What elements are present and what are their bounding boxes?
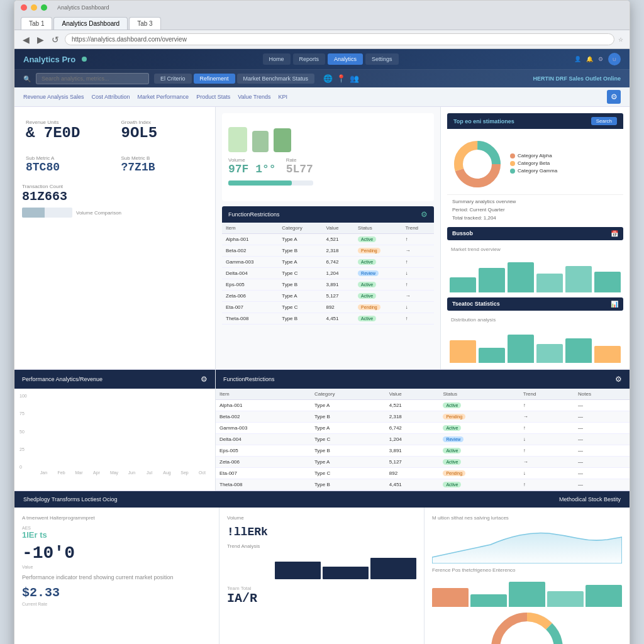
cell-status: Active <box>354 313 401 325</box>
right-top-bars: Bussob 📅 Market trend overview <box>447 227 623 292</box>
metric-4-label: Sub Metric B <box>121 155 204 161</box>
forward-button[interactable]: ▶ <box>35 35 46 45</box>
app-nav-tabs: Home Reports Analytics Settings <box>93 53 568 65</box>
filter-tab-1[interactable]: El Criterio <box>154 74 192 84</box>
cell-val: 2,318 <box>322 245 354 257</box>
full-cell-trend: → <box>519 411 574 423</box>
metric-5-label: Transaction Count <box>22 184 208 189</box>
table-wrapper[interactable]: Item Category Value Status Trend Alpha-0… <box>222 223 434 325</box>
full-cell-status: Active <box>439 457 519 468</box>
table-section-title: FunctionRestrictions <box>228 211 280 218</box>
nav-tab-analytics[interactable]: Analytics <box>328 53 363 65</box>
right-bottom-title: Tseatoc Statistics <box>452 301 500 308</box>
full-cell-val: 1,204 <box>386 434 440 445</box>
legend-label-1: Category Alpha <box>518 153 552 158</box>
cell-cat: Type A <box>278 234 322 245</box>
legend-label-2: Category Beta <box>518 160 550 166</box>
nav-tab-reports[interactable]: Reports <box>293 53 326 65</box>
info-line-3: Total tracked: 1,204 <box>452 215 618 221</box>
filter-tab-3[interactable]: Market Benchmark Status <box>237 74 315 84</box>
full-cell-item: Theta-008 <box>216 479 311 491</box>
donut-svg <box>452 139 502 189</box>
full-cell-item: Zeta-006 <box>216 457 311 468</box>
sub-nav-kpi[interactable]: KPI <box>279 92 288 102</box>
cell-status: Pending <box>354 302 401 313</box>
minimize-btn[interactable] <box>31 4 37 11</box>
bookmark-icon: ☆ <box>618 36 623 43</box>
s-p1-big-value: -10'0 <box>22 543 211 563</box>
s-p3-bar-container <box>432 575 622 607</box>
user-avatar: U <box>608 53 621 65</box>
product-display: Volume 97F 1°° Rate 5L77 <box>228 127 313 188</box>
full-cell-extra: — <box>574 479 630 491</box>
product-icon-2 <box>252 131 269 152</box>
close-btn[interactable] <box>21 4 27 11</box>
rb-bar-0 <box>450 340 476 363</box>
mid-v1-label: Volume <box>228 157 276 163</box>
full-cell-item: Eps-005 <box>216 445 311 457</box>
browser-tab-2[interactable]: Analytics Dashboard <box>53 17 128 30</box>
cell-cat: Type A <box>278 291 322 302</box>
full-cell-extra: — <box>574 423 630 434</box>
full-table-row: Eps-005 Type B 3,891 Active ↑ — <box>216 445 630 457</box>
full-table-row: Alpha-001 Type A 4,521 Active ↑ — <box>216 400 630 411</box>
mid-v2-label: Rate <box>286 157 313 163</box>
refresh-button[interactable]: ↺ <box>50 35 61 45</box>
second-right: Methodical Stock Bestity <box>559 496 621 502</box>
progress-bar-fill <box>228 180 292 186</box>
back-button[interactable]: ◀ <box>21 35 31 45</box>
search-icon: 🔍 <box>23 75 31 82</box>
rt-bar-3 <box>536 274 563 292</box>
maximize-btn[interactable] <box>41 4 47 11</box>
s-p2-label2: Team Total IA/R <box>227 586 416 606</box>
browser-tab-1[interactable]: Tab 1 <box>21 17 52 30</box>
full-cell-trend: ↑ <box>519 445 574 457</box>
address-bar[interactable]: https://analytics.dashboard.com/overview <box>65 33 614 45</box>
settings-panel-icon[interactable]: ⚙ <box>607 90 621 104</box>
full-col-stat: Status <box>439 389 519 400</box>
info-line-2: Period: Current Quarter <box>452 207 618 213</box>
table-row: Zeta-006 Type A 5,127 Active → <box>222 291 434 302</box>
right-bars-container <box>447 255 623 292</box>
s-p3-bars-label: Ference Pos thetcfrigeneo Enterenco <box>432 567 622 573</box>
middle-panel: Volume 97F 1°° Rate 5L77 <box>216 107 441 369</box>
sub-nav-revenue[interactable]: Revenue Analysis Sales <box>23 92 84 102</box>
full-table-row: Theta-008 Type B 4,451 Active ↑ — <box>216 479 630 491</box>
second-panel-1: A tmenwent Halterprogrammpret AES 1lEr t… <box>14 508 219 644</box>
sub-nav-product[interactable]: Product Stats <box>196 92 230 102</box>
nav-tab-settings[interactable]: Settings <box>365 53 399 65</box>
progress-bar <box>228 180 313 186</box>
s-p1-label2: Value <box>22 565 211 569</box>
sub-nav-cost[interactable]: Cost Attribution <box>92 92 130 102</box>
search-input[interactable] <box>36 73 149 84</box>
cell-cat: Type B <box>278 245 322 257</box>
app-top-bar: Analytics Pro Home Reports Analytics Set… <box>14 49 630 70</box>
filter-tab-2[interactable]: Refinement <box>194 74 235 84</box>
section-row2: Performance Analytics/Revenue ⚙ 10075502… <box>14 370 630 491</box>
metric-5-sub-label: Volume Comparison <box>76 210 121 216</box>
full-col-extra: Notes <box>574 389 630 400</box>
full-cell-item: Eta-007 <box>216 468 311 479</box>
s-p3-half-donut: 900 <box>432 611 622 644</box>
bars-subtitle: Market trend overview <box>447 244 623 255</box>
product-icon-1 <box>228 127 247 152</box>
sub-nav: Revenue Analysis Sales Cost Attribution … <box>14 87 630 107</box>
cell-item: Delta-004 <box>222 268 278 279</box>
cell-trend: ↑ <box>401 313 434 325</box>
bell-icon: 🔔 <box>586 56 593 62</box>
metric-box-1: Revenue Units & 7E0D <box>22 114 113 145</box>
app-top-right: 👤 🔔 ⚙ U <box>574 53 621 65</box>
calendar-icon: 📅 <box>611 230 618 237</box>
search-button[interactable]: Search <box>591 117 617 125</box>
s-p1-m1-label: AES <box>22 526 47 530</box>
sub-nav-market[interactable]: Market Performance <box>138 92 189 102</box>
nav-tab-home[interactable]: Home <box>263 53 291 65</box>
full-cell-val: 4,521 <box>386 400 440 411</box>
metric-1-value: & 7E0D <box>26 125 109 142</box>
app-search-bar: 🔍 El Criterio Refinement Market Benchmar… <box>14 70 630 87</box>
full-cell-cat: Type B <box>311 479 386 491</box>
sub-nav-value[interactable]: Value Trends <box>238 92 270 102</box>
product-icons-row <box>228 127 313 152</box>
browser-tab-3[interactable]: Tab 3 <box>129 17 160 30</box>
table-row: Gamma-003 Type A 6,742 Active ↑ <box>222 257 434 268</box>
